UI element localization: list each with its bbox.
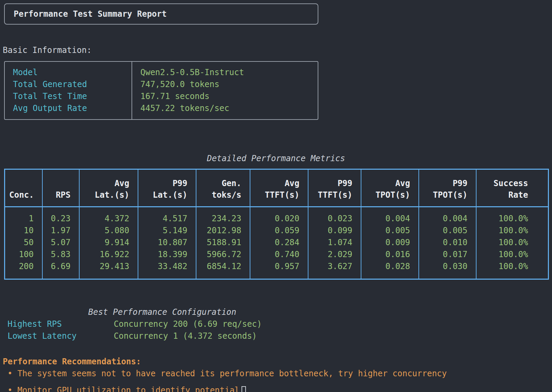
table-row: 10.234.3724.517234.230.0200.0230.0040.00…: [5, 207, 549, 225]
table-cell: 0.284: [250, 237, 308, 249]
table-cell: 2012.98: [196, 225, 250, 237]
column-header: P99 TTFT(s): [308, 169, 361, 207]
terminal-cursor: [242, 386, 246, 392]
metrics-header-row: Conc.RPSAvg Lat.(s)P99 Lat.(s)Gen. toks/…: [5, 169, 549, 207]
best-config-value: Concurrency 200 (6.69 req/sec): [114, 318, 262, 330]
table-cell: 5.080: [79, 225, 138, 237]
info-label: Model: [13, 67, 132, 79]
table-cell: 5188.91: [196, 237, 250, 249]
table-cell: 5966.72: [196, 249, 250, 261]
recommendation-item-partial: • Monitor GPU utilization to identify po…: [3, 384, 552, 392]
table-cell: 4.517: [138, 207, 196, 225]
recommendations-heading: Performance Recommendations:: [3, 356, 552, 368]
column-header: P99 Lat.(s): [138, 169, 196, 207]
column-header: Avg TTFT(s): [250, 169, 308, 207]
table-cell: 0.005: [361, 225, 419, 237]
table-row: 1005.8316.92218.3995966.720.7402.0290.01…: [5, 249, 549, 261]
table-cell: 0.005: [419, 225, 476, 237]
table-cell: 1.074: [308, 237, 361, 249]
table-cell: 1: [5, 207, 42, 225]
table-cell: 0.028: [361, 261, 419, 279]
column-header: Conc.: [5, 169, 42, 207]
table-cell: 0.023: [308, 207, 361, 225]
table-cell: 0.059: [250, 225, 308, 237]
table-cell: 0.010: [419, 237, 476, 249]
table-cell: 6.69: [42, 261, 79, 279]
best-config-value: Concurrency 1 (4.372 seconds): [114, 330, 257, 342]
table-cell: 5.149: [138, 225, 196, 237]
table-cell: 0.030: [419, 261, 476, 279]
table-cell: 18.399: [138, 249, 196, 261]
table-cell: 100.0%: [476, 249, 549, 261]
table-cell: 0.099: [308, 225, 361, 237]
info-label: Avg Output Rate: [13, 102, 132, 114]
table-cell: 0.957: [250, 261, 308, 279]
basic-info-labels-column: Model Total Generated Total Test Time Av…: [5, 62, 132, 119]
report-title-box: Performance Test Summary Report: [4, 3, 318, 25]
metrics-section-title: Detailed Performance Metrics: [4, 153, 548, 165]
table-cell: 33.482: [138, 261, 196, 279]
table-row: 505.079.91410.8075188.910.2841.0740.0090…: [5, 237, 549, 249]
table-cell: 234.23: [196, 207, 250, 225]
recommendation-item: • The system seems not to have reached i…: [3, 368, 552, 380]
table-cell: 100.0%: [476, 237, 549, 249]
column-header: P99 TPOT(s): [419, 169, 476, 207]
table-cell: 10.807: [138, 237, 196, 249]
metrics-table: Conc.RPSAvg Lat.(s)P99 Lat.(s)Gen. toks/…: [4, 169, 549, 280]
table-cell: 5.07: [42, 237, 79, 249]
table-cell: 0.016: [361, 249, 419, 261]
basic-info-heading: Basic Information:: [3, 44, 552, 56]
table-cell: 1.97: [42, 225, 79, 237]
table-cell: 10: [5, 225, 42, 237]
best-config-row: Highest RPS Concurrency 200 (6.69 req/se…: [0, 318, 325, 330]
table-cell: 0.017: [419, 249, 476, 261]
best-config-section: Best Performance Configuration Highest R…: [0, 306, 325, 342]
column-header: RPS: [42, 169, 79, 207]
info-label: Total Test Time: [13, 90, 132, 102]
table-cell: 16.922: [79, 249, 138, 261]
table-cell: 100: [5, 249, 42, 261]
table-row: 2006.6929.41333.4826854.120.9573.6270.02…: [5, 261, 549, 279]
table-cell: 0.740: [250, 249, 308, 261]
table-cell: 3.627: [308, 261, 361, 279]
partial-line-text: • Monitor GPU utilization to identify po…: [8, 386, 239, 392]
column-header: Success Rate: [476, 169, 549, 207]
table-cell: 4.372: [79, 207, 138, 225]
table-cell: 100.0%: [476, 261, 549, 279]
best-config-title: Best Performance Configuration: [0, 306, 325, 318]
table-cell: 0.009: [361, 237, 419, 249]
best-config-label: Lowest Latency: [0, 330, 114, 342]
info-value: Qwen2.5-0.5B-Instruct: [140, 67, 318, 79]
table-cell: 100.0%: [476, 207, 549, 225]
table-cell: 0.004: [361, 207, 419, 225]
column-header: Gen. toks/s: [196, 169, 250, 207]
basic-info-values-column: Qwen2.5-0.5B-Instruct 747,520.0 tokens 1…: [132, 62, 318, 119]
recommendations-section: Performance Recommendations: • The syste…: [0, 356, 552, 392]
table-cell: 29.413: [79, 261, 138, 279]
table-cell: 5.83: [42, 249, 79, 261]
basic-info-table: Model Total Generated Total Test Time Av…: [4, 61, 318, 120]
table-cell: 2.029: [308, 249, 361, 261]
table-cell: 0.23: [42, 207, 79, 225]
table-cell: 0.004: [419, 207, 476, 225]
metrics-body: 10.234.3724.517234.230.0200.0230.0040.00…: [5, 207, 549, 279]
best-config-row: Lowest Latency Concurrency 1 (4.372 seco…: [0, 330, 325, 342]
report-title: Performance Test Summary Report: [14, 9, 167, 19]
column-header: Avg TPOT(s): [361, 169, 419, 207]
info-value: 747,520.0 tokens: [140, 79, 318, 90]
info-label: Total Generated: [13, 79, 132, 90]
table-cell: 100.0%: [476, 225, 549, 237]
best-config-label: Highest RPS: [0, 318, 114, 330]
table-row: 101.975.0805.1492012.980.0590.0990.0050.…: [5, 225, 549, 237]
table-cell: 200: [5, 261, 42, 279]
column-header: Avg Lat.(s): [79, 169, 138, 207]
table-cell: 6854.12: [196, 261, 250, 279]
info-value: 167.71 seconds: [140, 90, 318, 102]
table-cell: 9.914: [79, 237, 138, 249]
info-value: 4457.22 tokens/sec: [140, 102, 318, 114]
table-cell: 0.020: [250, 207, 308, 225]
table-cell: 50: [5, 237, 42, 249]
